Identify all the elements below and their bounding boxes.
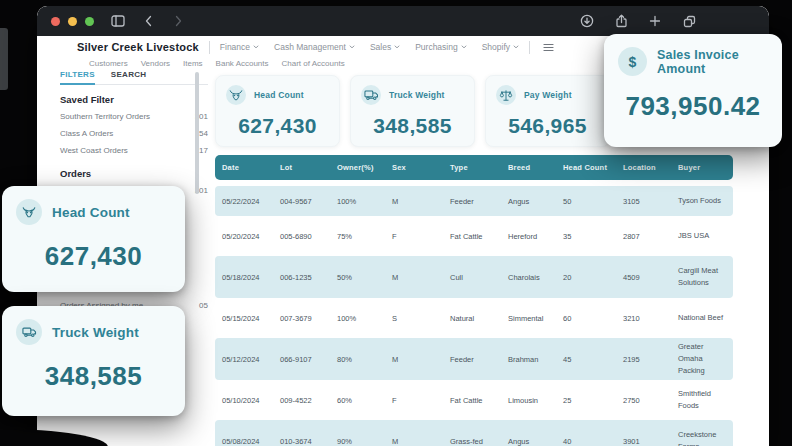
cell-sex: S [392,314,450,323]
sidebar-tab-filters[interactable]: FILTERS [60,70,95,79]
cell-lot: 004-9567 [280,197,337,206]
card-header: Truck Weight [16,319,171,345]
new-tab-icon[interactable] [647,13,663,29]
browser-titlebar [37,6,769,36]
nav-item-cash-management[interactable]: Cash Management [274,42,355,52]
stat-cards-row: Head Count 627,430 Truck Weight 348,585 … [215,75,610,147]
column-header-breed[interactable]: Breed [508,163,563,172]
column-header-type[interactable]: Type [450,163,508,172]
cell-breed: Limousin [508,396,563,405]
cell-sex: M [392,437,450,446]
close-button[interactable] [51,17,60,26]
cell-date: 05/15/2024 [222,314,280,323]
cell-location: 2195 [623,355,678,364]
subnav-item-chart-of-accounts[interactable]: Chart of Accounts [282,59,345,68]
column-header-head-count[interactable]: Head Count [563,163,623,172]
cell-breed: Angus [508,197,563,206]
cell-buyer: Cargill Meat Solutions [678,265,733,289]
table-row[interactable]: 05/12/2024066-910780%MFeederBrahman45219… [215,338,733,380]
cell-head-count: 25 [563,396,623,405]
cell-lot: 005-6890 [280,232,337,241]
cell-owner: 80% [337,355,392,364]
truck-weight-overlay-card: Truck Weight 348,585 [2,306,185,416]
tab-overview-icon[interactable] [681,13,697,29]
column-header-buyer[interactable]: Buyer [678,163,733,172]
sidebar-item-southern-territory-orders[interactable]: Southern Territory Orders301 [60,108,208,125]
sidebar-toggle-icon[interactable] [110,13,126,29]
cell-buyer: National Beef [678,312,733,324]
minimize-button[interactable] [68,17,77,26]
card-value: 348,585 [16,361,171,392]
column-header-lot[interactable]: Lot [280,163,337,172]
table-row[interactable]: 05/18/2024006-123550%MCullCharolais20450… [215,256,733,298]
subnav-item-bank-accounts[interactable]: Bank Accounts [216,59,269,68]
cell-location: 3210 [623,314,678,323]
cell-sex: F [392,396,450,405]
bull-icon [226,85,246,105]
cell-type: Fat Cattle [450,396,508,405]
nav-item-purchasing[interactable]: Purchasing [415,42,467,52]
sidebar-heading-orders: Orders [60,168,208,179]
share-icon[interactable] [613,13,629,29]
sub-nav: CustomersVendorsItemsBank AccountsChart … [89,59,345,68]
cell-owner: 60% [337,396,392,405]
sidebar-item-class-a-orders[interactable]: Class A Orders54 [60,125,208,142]
cell-date: 05/18/2024 [222,273,280,282]
cell-breed: Hereford [508,232,563,241]
subnav-item-customers[interactable]: Customers [89,59,128,68]
background-window-edge [0,28,8,90]
cell-owner: 90% [337,437,392,446]
subnav-item-vendors[interactable]: Vendors [141,59,170,68]
cell-buyer: Smithfield Foods [678,388,733,412]
cell-head-count: 35 [563,232,623,241]
cell-type: Natural [450,314,508,323]
maximize-button[interactable] [85,17,94,26]
column-header-date[interactable]: Date [222,163,280,172]
sidebar-tab-search[interactable]: SEARCH [111,70,147,79]
column-header-sex[interactable]: Sex [392,163,450,172]
cell-lot: 007-3679 [280,314,337,323]
subnav-item-items[interactable]: Items [183,59,203,68]
cell-buyer: Creekstone Farms [678,429,733,446]
table-row[interactable]: 05/08/2024010-367490%MGrass-fedAngus4039… [215,420,733,446]
menu-icon[interactable] [540,39,556,55]
table-row[interactable]: 05/10/2024009-452260%FFat CattleLimousin… [215,385,733,415]
truck-icon [16,319,42,345]
forward-icon[interactable] [170,13,186,29]
filter-count: 05 [199,301,208,310]
sidebar-scrollbar[interactable] [195,72,199,194]
stat-label: Pay Weight [524,90,572,100]
card-label: Sales Invoice Amount [657,48,768,76]
back-icon[interactable] [140,13,156,29]
cell-location: 3901 [623,437,678,446]
nav-item-shopify[interactable]: Shopify [482,42,519,52]
stat-value: 627,430 [226,114,329,138]
nav-item-finance[interactable]: Finance [220,42,259,52]
nav-item-sales[interactable]: Sales [370,42,400,52]
downloads-icon[interactable] [579,13,595,29]
card-value: 627,430 [16,241,171,272]
nav-divider [529,41,530,54]
cell-type: Fat Cattle [450,232,508,241]
column-header-location[interactable]: Location [623,163,678,172]
table-row[interactable]: 05/22/2024004-9567100%MFeederAngus503105… [215,186,733,216]
nav-item-label: Cash Management [274,42,346,52]
scale-icon [496,85,516,105]
table-row[interactable]: 05/15/2024007-3679100%SNaturalSimmental6… [215,303,733,333]
main-nav: FinanceCash ManagementSalesPurchasingSho… [220,42,519,52]
table-row[interactable]: 05/20/2024005-689075%FFat CattleHereford… [215,221,733,251]
cell-head-count: 40 [563,437,623,446]
sidebar-heading-saved-filter: Saved Filter [60,94,208,105]
nav-item-label: Shopify [482,42,510,52]
nav-item-label: Purchasing [415,42,458,52]
cell-sex: F [392,232,450,241]
stat-card-pay-weight: Pay Weight 546,965 [485,75,610,147]
filter-label: Class A Orders [60,129,113,138]
sidebar-item-west-coast-orders[interactable]: West Coast Orders17 [60,142,208,159]
bull-icon [16,199,42,225]
filter-count: 54 [199,129,208,138]
column-header-owner[interactable]: Owner(%) [337,163,392,172]
dollar-icon: $ [618,47,647,76]
cell-type: Cull [450,273,508,282]
stat-label: Head Count [254,90,304,100]
